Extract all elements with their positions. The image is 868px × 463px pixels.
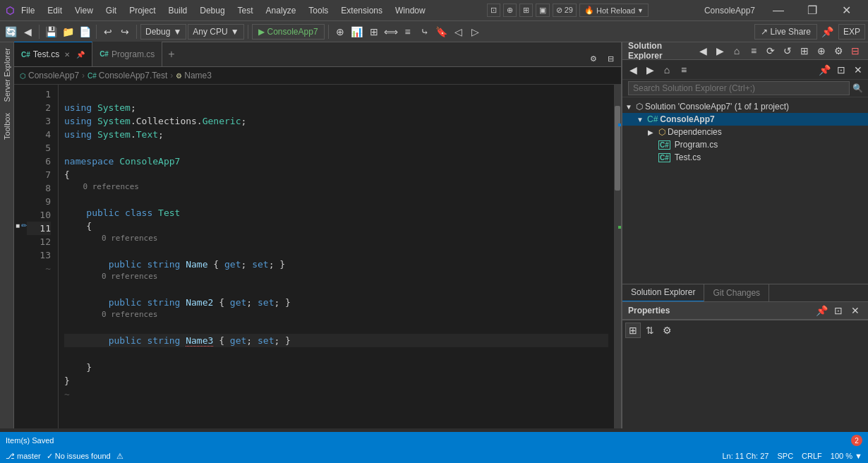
tb-profiler-icon[interactable]: 📊 xyxy=(349,24,365,40)
tree-test-cs[interactable]: C# Test.cs xyxy=(622,151,868,164)
solution-expand-icon[interactable]: ▼ xyxy=(625,103,634,111)
tb-redo-icon[interactable]: ↪ xyxy=(117,24,133,40)
prop-categories-btn[interactable]: ⊞ xyxy=(625,323,641,338)
menu-view[interactable]: View xyxy=(69,1,99,19)
tb-pin-icon[interactable]: 📌 xyxy=(820,24,836,40)
code-action-icon[interactable]: ■ xyxy=(16,222,20,229)
tree-dependencies[interactable]: ▶ ⬡ Dependencies xyxy=(622,126,868,138)
tab-test-cs-close[interactable]: ✕ xyxy=(62,49,72,59)
tb-save-all-icon[interactable]: 💾 xyxy=(43,24,59,40)
warnings-indicator[interactable]: ⚠ xyxy=(116,452,123,461)
se-tb-3[interactable]: ⌂ xyxy=(659,62,675,78)
se-refresh-btn[interactable]: ↺ xyxy=(780,43,795,59)
git-branch-indicator[interactable]: ⎇ master xyxy=(6,452,41,461)
menu-file[interactable]: File xyxy=(16,1,40,19)
menu-analyze[interactable]: Analyze xyxy=(260,1,302,19)
tb-wrap-icon[interactable]: ⤷ xyxy=(417,24,433,40)
line-col-indicator[interactable]: Ln: 11 Ch: 27 xyxy=(722,452,768,460)
se-home-btn[interactable]: ⌂ xyxy=(729,43,745,59)
line-ending-indicator[interactable]: CRLF xyxy=(802,452,822,460)
tb-bookmark-icon[interactable]: 🔖 xyxy=(434,24,450,40)
breadcrumb-member[interactable]: ⚙ Name3 xyxy=(176,71,212,80)
code-content[interactable]: using System; using System.Collections.G… xyxy=(59,85,614,428)
restore-button[interactable]: ❐ xyxy=(796,0,828,21)
encoding-indicator[interactable]: SPC xyxy=(777,452,793,460)
prop-float-btn[interactable]: ⊡ xyxy=(831,303,846,318)
menu-edit[interactable]: Edit xyxy=(42,1,68,19)
menu-extensions[interactable]: Extensions xyxy=(335,1,388,19)
tb-back-icon[interactable]: ◀ xyxy=(20,24,35,40)
se-tab-solution-explorer[interactable]: Solution Explorer xyxy=(622,284,704,302)
se-settings-btn[interactable]: ⚙ xyxy=(831,43,846,59)
live-share-button[interactable]: ↗ Live Share xyxy=(754,24,817,40)
quick-action-icon[interactable]: ✏ xyxy=(21,222,27,229)
no-issues-indicator[interactable]: ✓ No issues found xyxy=(47,452,111,461)
hot-reload-label[interactable]: 🔥 Hot Reload ▼ xyxy=(579,4,649,17)
toolbar-icon-4[interactable]: ▣ xyxy=(536,4,550,17)
vertical-scrollbar[interactable] xyxy=(614,85,621,428)
se-close-btn[interactable]: ⊟ xyxy=(848,43,863,59)
project-expand-icon[interactable]: ▼ xyxy=(637,116,645,124)
breadcrumb-test[interactable]: C# ConsoleApp7.Test xyxy=(88,71,167,80)
se-x-btn[interactable]: ✕ xyxy=(850,62,866,78)
prop-close-btn[interactable]: ✕ xyxy=(848,303,863,318)
tb-nav-prev-icon[interactable]: ◁ xyxy=(451,24,466,40)
se-tb-1[interactable]: ◀ xyxy=(625,62,641,78)
code-editor[interactable]: ■ ✏ 1 2 3 4 5 6 7 8 9 10 11 12 13 ~ usi xyxy=(14,85,621,428)
menu-tools[interactable]: Tools xyxy=(303,1,334,19)
tb-nav-next-icon[interactable]: ▷ xyxy=(468,24,483,40)
breadcrumb-project[interactable]: ⬡ ConsoleApp7 xyxy=(20,71,79,80)
toolbox-tab[interactable]: Toolbox xyxy=(1,107,13,145)
zoom-indicator[interactable]: 100 % ▼ xyxy=(831,452,862,460)
deps-expand-icon[interactable]: ▶ xyxy=(648,128,656,136)
toolbar-icon-1[interactable]: ⊡ xyxy=(487,4,500,17)
minimize-button[interactable]: — xyxy=(762,0,795,21)
se-search-icon[interactable]: 🔍 xyxy=(852,83,863,93)
se-props-btn[interactable]: ≡ xyxy=(746,43,761,59)
se-float-btn[interactable]: ⊡ xyxy=(833,62,849,78)
tab-program-cs[interactable]: C# Program.cs xyxy=(92,42,162,66)
tb-new-icon[interactable]: 🔄 xyxy=(3,24,18,40)
tb-indent-icon[interactable]: ⟺ xyxy=(383,24,399,40)
se-tb-4[interactable]: ≡ xyxy=(676,62,692,78)
se-fwd-btn[interactable]: ▶ xyxy=(712,43,728,59)
se-view-btn[interactable]: ⊞ xyxy=(797,43,812,59)
server-explorer-tab[interactable]: Server Explorer xyxy=(1,42,13,107)
cpu-config-dropdown[interactable]: Any CPU ▼ xyxy=(188,24,243,40)
add-tab-button[interactable]: + xyxy=(162,42,180,66)
tab-pin-icon[interactable]: 📌 xyxy=(76,51,85,59)
se-back-btn[interactable]: ◀ xyxy=(695,43,711,59)
se-tb-2[interactable]: ▶ xyxy=(642,62,658,78)
prop-alphabetical-btn[interactable]: ⇅ xyxy=(642,323,658,338)
tab-settings-icon[interactable]: ⚙ xyxy=(586,51,601,66)
tb-open-icon[interactable]: 📁 xyxy=(60,24,76,40)
toolbar-icon-3[interactable]: ⊞ xyxy=(519,4,533,17)
tb-undo-icon[interactable]: ↩ xyxy=(100,24,116,40)
prop-pin-btn[interactable]: 📌 xyxy=(814,303,829,318)
tb-attach-icon[interactable]: ⊕ xyxy=(332,24,348,40)
se-pin-btn[interactable]: 📌 xyxy=(816,62,832,78)
tab-overflow-icon[interactable]: ⊟ xyxy=(603,51,618,66)
se-search-input[interactable] xyxy=(628,81,850,95)
tab-test-cs[interactable]: C# Test.cs ✕ 📌 xyxy=(14,42,92,66)
tb-save-icon[interactable]: 📄 xyxy=(77,24,92,40)
se-sync-btn[interactable]: ⟳ xyxy=(763,43,778,59)
se-copy-btn[interactable]: ⊕ xyxy=(814,43,829,59)
debug-config-dropdown[interactable]: Debug ▼ xyxy=(140,24,186,40)
menu-debug[interactable]: Debug xyxy=(194,1,230,19)
tree-solution[interactable]: ▼ ⬡ Solution 'ConsoleApp7' (1 of 1 proje… xyxy=(622,100,868,113)
run-button[interactable]: ▶ ConsoleApp7 xyxy=(252,24,325,40)
toolbar-icon-2[interactable]: ⊕ xyxy=(503,4,517,17)
tree-project[interactable]: ▼ C# ConsoleApp7 xyxy=(622,113,868,126)
error-count-badge[interactable]: ⊘ 29 xyxy=(553,4,577,17)
tree-program-cs[interactable]: C# Program.cs xyxy=(622,138,868,151)
menu-window[interactable]: Window xyxy=(390,1,431,19)
menu-git[interactable]: Git xyxy=(100,1,122,19)
tb-format-icon[interactable]: ≡ xyxy=(400,24,416,40)
menu-test[interactable]: Test xyxy=(232,1,259,19)
prop-properties-btn[interactable]: ⚙ xyxy=(659,323,675,338)
exp-button[interactable]: EXP xyxy=(838,24,865,40)
menu-project[interactable]: Project xyxy=(123,1,161,19)
scrollbar-thumb[interactable] xyxy=(615,106,620,191)
close-button[interactable]: ✕ xyxy=(830,0,862,21)
